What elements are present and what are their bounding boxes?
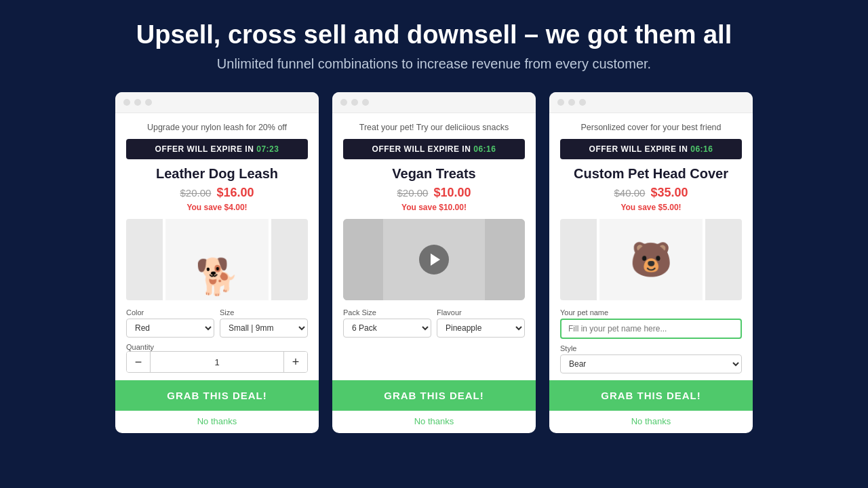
page-subtitle: Unlimited funnel combinations to increas… — [136, 56, 732, 72]
quantity-controls: − 1 + — [126, 351, 308, 373]
price-row-2: $20.00 $10.00 — [397, 186, 471, 200]
flavour-field: Flavour Pineapple Mango Apple — [437, 308, 525, 338]
offer-timer-3: 06:16 — [690, 144, 713, 154]
offer-timer-2: 06:16 — [473, 144, 496, 154]
pet-name-field: Your pet name — [560, 308, 742, 339]
product-title-1: Leather Dog Leash — [156, 166, 278, 182]
style-label: Style — [560, 344, 742, 352]
window-dot-1 — [123, 99, 130, 106]
page-title: Upsell, cross sell and downsell – we got… — [136, 20, 732, 49]
card-treats-subtitle: Treat your pet! Try our deliciious snack… — [359, 123, 509, 132]
card-leash-body: Upgrade your nylon leash for 20% off OFF… — [115, 113, 319, 380]
cards-container: Upgrade your nylon leash for 20% off OFF… — [41, 92, 827, 433]
window-dot-5 — [351, 99, 358, 106]
offer-timer-1: 07:23 — [256, 144, 279, 154]
card-leash: Upgrade your nylon leash for 20% off OFF… — [115, 92, 319, 433]
style-select[interactable]: Bear Lion Bunny — [560, 354, 742, 373]
product-title-2: Vegan Treats — [392, 166, 475, 182]
pack-size-field: Pack Size 6 Pack 12 Pack 24 Pack — [343, 308, 431, 338]
card-treats: Treat your pet! Try our deliciious snack… — [332, 92, 536, 433]
card-leash-bottom: GRAB THIS DEAL! No thanks — [115, 380, 319, 433]
card-treats-bottom: GRAB THIS DEAL! No thanks — [332, 380, 536, 433]
grab-deal-button-3[interactable]: GRAB THIS DEAL! — [549, 380, 753, 411]
savings-3: You save $5.00! — [620, 203, 681, 212]
savings-2: You save $10.00! — [401, 203, 467, 212]
video-thumbnail-2 — [343, 219, 525, 300]
video-play-button[interactable] — [419, 245, 449, 274]
card-cover-bottom: GRAB THIS DEAL! No thanks — [549, 380, 753, 433]
window-dot-3 — [145, 99, 152, 106]
product-title-3: Custom Pet Head Cover — [574, 166, 728, 182]
window-dot-6 — [362, 99, 369, 106]
grab-deal-button-1[interactable]: GRAB THIS DEAL! — [115, 380, 319, 411]
page-header: Upsell, cross sell and downsell – we got… — [136, 20, 732, 72]
color-label: Color — [126, 308, 214, 317]
color-field: Color Red Blue Black — [126, 308, 214, 338]
price-row-1: $20.00 $16.00 — [180, 186, 254, 200]
offer-banner-2: OFFER WILL EXPIRE IN 06:16 — [343, 139, 525, 159]
price-sale-3: $35.00 — [650, 186, 688, 200]
pet-name-label: Your pet name — [560, 308, 742, 317]
pack-size-label: Pack Size — [343, 308, 431, 317]
color-size-row: Color Red Blue Black Size Small | 9mm Me… — [126, 308, 308, 338]
window-dot-9 — [579, 99, 586, 106]
price-sale-2: $10.00 — [433, 186, 471, 200]
image-side-left-3 — [560, 219, 597, 300]
offer-banner-3: OFFER WILL EXPIRE IN 06:16 — [560, 139, 742, 159]
card-cover-body: Personlized cover for your best friend O… — [549, 113, 753, 380]
image-side-right-3 — [705, 219, 742, 300]
price-sale-1: $16.00 — [216, 186, 254, 200]
window-dot-2 — [134, 99, 141, 106]
window-bar-2 — [332, 92, 536, 113]
card-cover-subtitle: Personlized cover for your best friend — [580, 123, 721, 132]
product-image-1: 🐕 — [126, 219, 308, 300]
no-thanks-1[interactable]: No thanks — [115, 411, 319, 433]
image-side-left-1 — [126, 219, 163, 300]
image-main-3: 🐻 — [599, 219, 703, 300]
price-row-3: $40.00 $35.00 — [614, 186, 688, 200]
video-side-right — [485, 219, 525, 300]
window-dot-7 — [557, 99, 564, 106]
price-original-2: $20.00 — [397, 187, 429, 199]
price-original-1: $20.00 — [180, 187, 212, 199]
quantity-plus-button[interactable]: + — [284, 352, 307, 372]
window-bar-3 — [549, 92, 753, 113]
quantity-minus-button[interactable]: − — [127, 352, 150, 372]
card-treats-body: Treat your pet! Try our deliciious snack… — [332, 113, 536, 380]
no-thanks-3[interactable]: No thanks — [549, 411, 753, 433]
quantity-label: Quantity — [126, 343, 308, 351]
size-select[interactable]: Small | 9mm Medium | 12mm Large | 16mm — [220, 319, 308, 338]
image-side-right-1 — [271, 219, 308, 300]
image-main-1: 🐕 — [165, 219, 269, 300]
quantity-row: Quantity − 1 + — [126, 343, 308, 373]
quantity-value: 1 — [150, 352, 284, 372]
flavour-select[interactable]: Pineapple Mango Apple — [437, 319, 525, 338]
video-side-left — [343, 219, 383, 300]
card-leash-subtitle: Upgrade your nylon leash for 20% off — [147, 123, 287, 132]
flavour-label: Flavour — [437, 308, 525, 317]
window-dot-4 — [340, 99, 347, 106]
style-field: Style Bear Lion Bunny — [560, 344, 742, 373]
color-select[interactable]: Red Blue Black — [126, 319, 214, 338]
no-thanks-2[interactable]: No thanks — [332, 411, 536, 433]
product-image-3: 🐻 — [560, 219, 742, 300]
size-label: Size — [220, 308, 308, 317]
window-bar-1 — [115, 92, 319, 113]
grab-deal-button-2[interactable]: GRAB THIS DEAL! — [332, 380, 536, 411]
pack-size-select[interactable]: 6 Pack 12 Pack 24 Pack — [343, 319, 431, 338]
price-original-3: $40.00 — [614, 187, 646, 199]
size-field: Size Small | 9mm Medium | 12mm Large | 1… — [220, 308, 308, 338]
pack-flavour-row: Pack Size 6 Pack 12 Pack 24 Pack Flavour… — [343, 308, 525, 338]
card-cover: Personlized cover for your best friend O… — [549, 92, 753, 433]
pet-name-input[interactable] — [560, 319, 742, 339]
offer-banner-1: OFFER WILL EXPIRE IN 07:23 — [126, 139, 308, 159]
window-dot-8 — [568, 99, 575, 106]
savings-1: You save $4.00! — [186, 203, 247, 212]
